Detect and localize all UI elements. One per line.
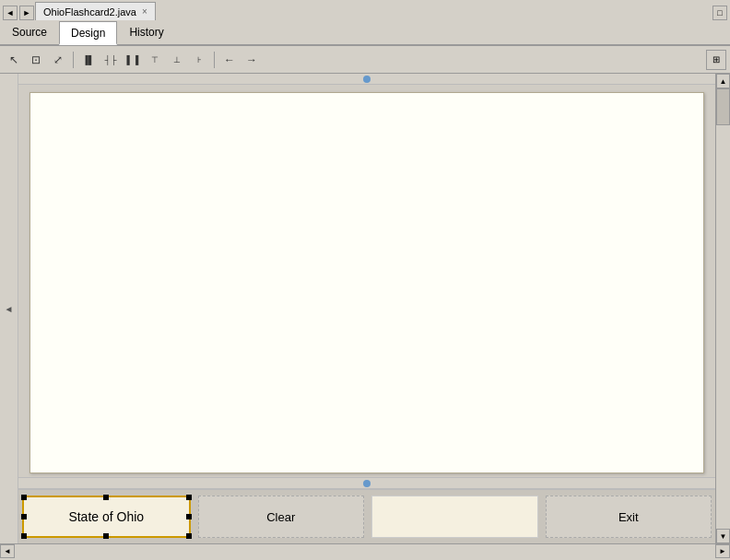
scroll-up-btn[interactable]: ▲: [716, 74, 730, 88]
tab-prev-btn[interactable]: ◄: [3, 6, 18, 20]
clear-label: Clear: [266, 510, 295, 524]
toolbar-sep-2: [214, 52, 215, 68]
scroll-track[interactable]: [716, 88, 730, 529]
handle-tm: [103, 495, 109, 500]
design-frame: [29, 92, 704, 473]
editor-tabs: Source Design History: [0, 20, 730, 46]
scroll-left-btn[interactable]: ◄: [0, 544, 15, 558]
handle-tl: [21, 495, 27, 500]
tab-history[interactable]: History: [117, 20, 175, 44]
bottom-scrollbar: ◄ ►: [0, 543, 730, 558]
toolbar: ↖ ⊡ ⤢ ▐▌ ┤├ ▌▐ ⊤ ⊥ ⊦ ← → ⊞: [0, 46, 730, 74]
state-ohio-button[interactable]: State of Ohio: [22, 496, 191, 538]
toolbar-align-bottom-btn[interactable]: ⊦: [189, 50, 209, 70]
left-sidebar: ◄: [0, 74, 18, 543]
tab-next-btn[interactable]: ►: [19, 6, 34, 20]
right-scrollbar: ▲ ▼: [715, 74, 730, 543]
scroll-right-btn[interactable]: ►: [715, 544, 730, 558]
bottom-handle-dot: [363, 480, 371, 487]
title-bar-area: ◄ ► OhioFlashcard2.java × □: [0, 0, 730, 20]
handle-ml: [21, 514, 27, 519]
scroll-thumb[interactable]: [716, 88, 730, 125]
toolbar-resize-btn[interactable]: ⤢: [48, 50, 68, 70]
toolbar-align-center-btn[interactable]: ┤├: [100, 50, 121, 70]
tab-design[interactable]: Design: [59, 21, 117, 45]
toolbar-align-middle-btn[interactable]: ⊥: [167, 50, 187, 70]
toolbar-align-left-btn[interactable]: ▐▌: [78, 50, 99, 70]
main-area: ◄: [0, 74, 730, 543]
toolbar-align-right-btn[interactable]: ▌▐: [123, 50, 143, 70]
top-handle[interactable]: [18, 74, 715, 85]
empty-cell: [371, 496, 538, 538]
top-handle-dot: [363, 76, 371, 83]
toolbar-expand-btn[interactable]: ⊞: [706, 50, 726, 70]
file-tab[interactable]: OhioFlashcard2.java ×: [35, 2, 156, 20]
exit-label: Exit: [618, 510, 639, 524]
file-tab-label: OhioFlashcard2.java: [43, 6, 136, 18]
scroll-down-btn[interactable]: ▼: [716, 529, 730, 543]
canvas-container: State of Ohio Clear Exit: [18, 74, 715, 543]
bottom-handle[interactable]: [18, 477, 715, 488]
left-scroll-arrow[interactable]: ◄: [3, 302, 16, 315]
tab-source[interactable]: Source: [0, 20, 59, 44]
handle-mr: [186, 514, 192, 519]
clear-button[interactable]: Clear: [198, 496, 365, 538]
design-area[interactable]: State of Ohio Clear Exit: [18, 85, 715, 543]
bottom-scroll-track[interactable]: [15, 544, 715, 558]
exit-button[interactable]: Exit: [546, 496, 712, 538]
file-tab-close[interactable]: ×: [142, 6, 147, 17]
maximize-btn[interactable]: □: [712, 6, 727, 20]
handle-bl: [21, 533, 27, 539]
handle-br: [186, 533, 192, 539]
toolbar-align-top-btn[interactable]: ⊤: [145, 50, 165, 70]
toolbar-forward-btn[interactable]: →: [241, 50, 262, 70]
toolbar-back-btn[interactable]: ←: [219, 50, 240, 70]
toolbar-move-btn[interactable]: ⊡: [26, 50, 46, 70]
button-row: State of Ohio Clear Exit: [18, 488, 715, 543]
handle-tr: [186, 495, 192, 500]
toolbar-sep-1: [73, 52, 74, 68]
toolbar-select-btn[interactable]: ↖: [4, 50, 24, 70]
state-ohio-label: State of Ohio: [68, 509, 144, 524]
handle-bm: [103, 533, 109, 539]
